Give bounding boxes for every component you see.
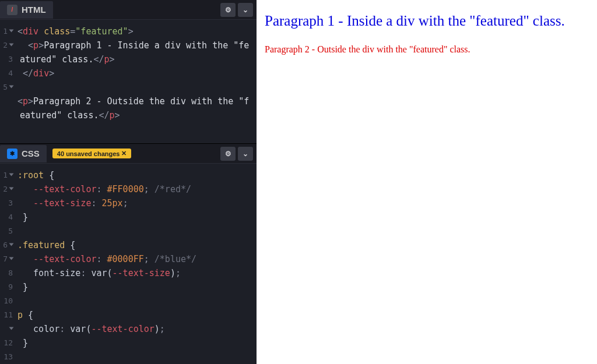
css-collapse-button[interactable]: ⌄ xyxy=(238,147,253,161)
preview-pane: Paragraph 1 - Inside a div with the "fea… xyxy=(257,0,597,364)
css-settings-button[interactable]: ⚙ xyxy=(220,147,236,161)
html-line-gutter: 12345 xyxy=(0,24,17,143)
html-tab[interactable]: / HTML xyxy=(0,1,53,19)
html-lang-icon: / xyxy=(7,5,17,15)
chevron-down-icon: ⌄ xyxy=(243,6,248,14)
css-code-body[interactable]: 12345678910111213 :root { --text-color: … xyxy=(0,164,257,364)
css-lang-icon: ✱ xyxy=(7,149,17,159)
unsaved-changes-badge[interactable]: 40 unsaved changes ✕ xyxy=(52,149,132,158)
css-panel-header: ✱ CSS 40 unsaved changes ✕ ⚙ ⌄ xyxy=(0,144,257,164)
html-collapse-button[interactable]: ⌄ xyxy=(238,3,253,17)
preview-paragraph-1: Paragraph 1 - Inside a div with the "fea… xyxy=(265,13,589,29)
close-icon[interactable]: ✕ xyxy=(121,150,127,157)
html-panel-header: / HTML ⚙ ⌄ xyxy=(0,0,257,20)
chevron-down-icon: ⌄ xyxy=(243,150,248,158)
editor-pane: / HTML ⚙ ⌄ 12345 <div class="featured"> … xyxy=(0,0,257,364)
html-editor-panel: / HTML ⚙ ⌄ 12345 <div class="featured"> … xyxy=(0,0,257,144)
html-panel-title: HTML xyxy=(22,5,46,15)
css-line-gutter: 12345678910111213 xyxy=(0,168,17,364)
html-code-body[interactable]: 12345 <div class="featured"> <p>Paragrap… xyxy=(0,20,257,143)
html-code-text[interactable]: <div class="featured"> <p>Paragraph 1 - … xyxy=(17,24,257,143)
css-tab[interactable]: ✱ CSS xyxy=(0,145,47,162)
gear-icon: ⚙ xyxy=(225,6,231,14)
css-editor-panel: ✱ CSS 40 unsaved changes ✕ ⚙ ⌄ 123456789… xyxy=(0,144,257,364)
preview-paragraph-2: Paragraph 2 - Outside the div with the "… xyxy=(265,44,589,55)
html-settings-button[interactable]: ⚙ xyxy=(220,3,236,17)
css-panel-title: CSS xyxy=(22,149,40,158)
css-code-text[interactable]: :root { --text-color: #FF0000; /*red*/ -… xyxy=(17,168,257,364)
unsaved-changes-text: 40 unsaved changes xyxy=(57,150,120,157)
gear-icon: ⚙ xyxy=(225,150,231,158)
